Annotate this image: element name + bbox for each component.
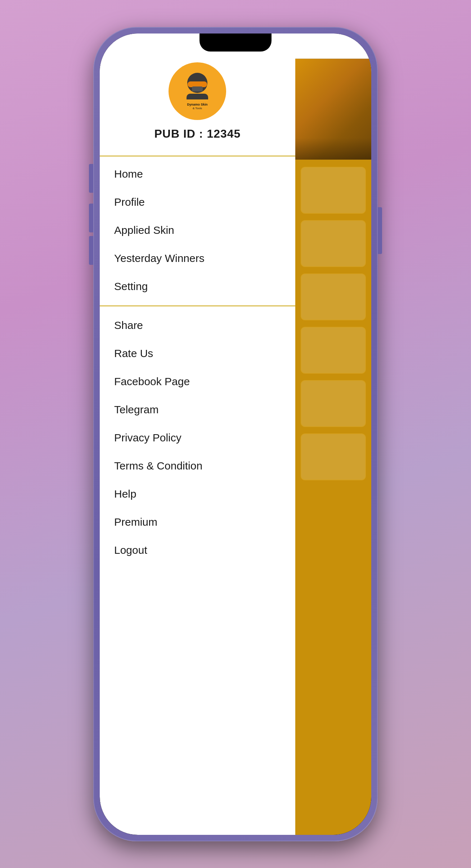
drawer-menu: Dynamo Skin & Tools PUB ID : 12345 Home … xyxy=(100,34,295,835)
menu-item-logout[interactable]: Logout xyxy=(100,536,295,564)
phone-inner: Dynamo Skin & Tools PUB ID : 12345 Home … xyxy=(100,34,371,835)
peek-top-bar xyxy=(295,34,371,59)
app-content-peek xyxy=(295,34,371,835)
peek-card-6 xyxy=(301,433,366,480)
svg-rect-1 xyxy=(188,81,207,87)
menu-item-facebook-page[interactable]: Facebook Page xyxy=(100,368,295,396)
peek-card-1 xyxy=(301,167,366,214)
menu-item-help[interactable]: Help xyxy=(100,480,295,508)
peek-card-4 xyxy=(301,327,366,374)
app-logo-icon: Dynamo Skin & Tools xyxy=(174,68,221,115)
peek-card-2 xyxy=(301,220,366,267)
peek-card-list xyxy=(295,160,371,835)
menu-item-yesterday-winners[interactable]: Yesterday Winners xyxy=(100,244,295,272)
menu-item-privacy-policy[interactable]: Privacy Policy xyxy=(100,424,295,452)
drawer-header: Dynamo Skin & Tools PUB ID : 12345 xyxy=(100,34,295,149)
svg-text:& Tools: & Tools xyxy=(193,107,202,110)
menu-item-setting[interactable]: Setting xyxy=(100,272,295,301)
divider-2 xyxy=(100,306,295,306)
peek-card-3 xyxy=(301,273,366,320)
screen: Dynamo Skin & Tools PUB ID : 12345 Home … xyxy=(100,34,371,835)
menu-item-profile[interactable]: Profile xyxy=(100,188,295,216)
peek-card-5 xyxy=(301,380,366,427)
menu-item-share[interactable]: Share xyxy=(100,311,295,339)
svg-rect-2 xyxy=(192,86,203,92)
avatar: Dynamo Skin & Tools xyxy=(169,62,226,120)
peek-hero-image xyxy=(295,59,371,160)
menu-item-terms-condition[interactable]: Terms & Condition xyxy=(100,452,295,480)
menu-item-rate-us[interactable]: Rate Us xyxy=(100,339,295,368)
menu-item-premium[interactable]: Premium xyxy=(100,508,295,536)
notch xyxy=(199,34,272,52)
pub-id-label: PUB ID : 12345 xyxy=(154,127,241,141)
menu-item-home[interactable]: Home xyxy=(100,160,295,188)
menu-section-2: Share Rate Us Facebook Page Telegram Pri… xyxy=(100,308,295,568)
menu-item-telegram[interactable]: Telegram xyxy=(100,396,295,424)
phone-frame: Dynamo Skin & Tools PUB ID : 12345 Home … xyxy=(93,27,378,841)
menu-item-applied-skin[interactable]: Applied Skin xyxy=(100,216,295,244)
menu-section-1: Home Profile Applied Skin Yesterday Winn… xyxy=(100,156,295,304)
svg-text:Dynamo Skin: Dynamo Skin xyxy=(187,103,208,106)
